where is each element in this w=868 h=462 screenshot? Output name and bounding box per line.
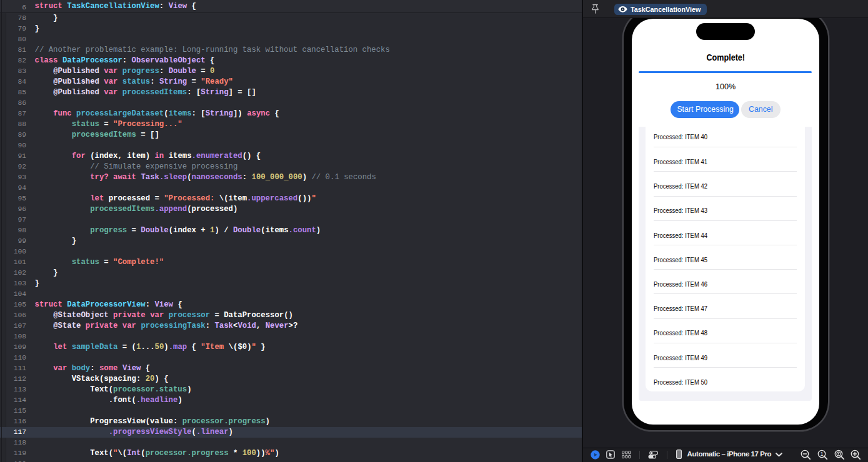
svg-text:1: 1 [821, 451, 824, 457]
